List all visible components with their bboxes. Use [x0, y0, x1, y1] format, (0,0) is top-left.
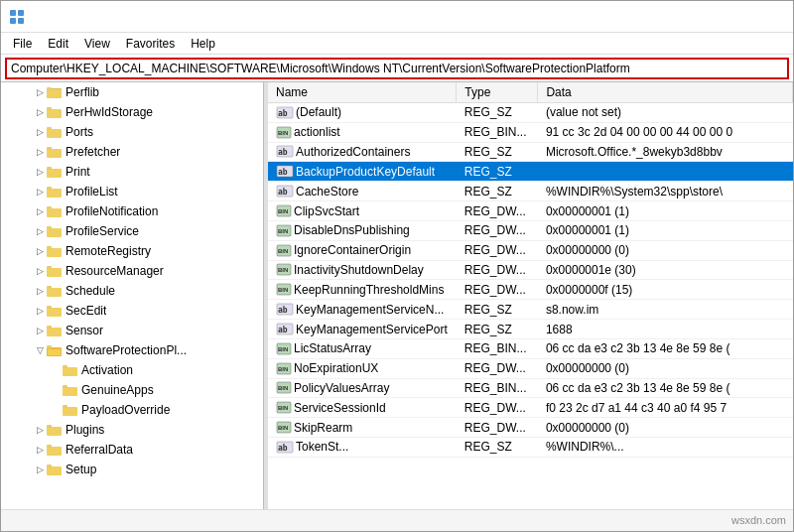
tree-item-ports[interactable]: ▷ Ports — [1, 122, 263, 142]
table-row[interactable]: abCacheStoreREG_SZ%WINDIR%\System32\spp\… — [268, 182, 793, 201]
svg-rect-43 — [47, 447, 62, 456]
svg-rect-27 — [47, 286, 52, 289]
registry-name-cell: ab(Default) — [268, 103, 457, 123]
expand-icon[interactable]: ▷ — [33, 423, 47, 437]
tree-item-perflib[interactable]: ▷ Perflib — [1, 82, 263, 102]
address-input[interactable] — [5, 58, 789, 79]
menu-help[interactable]: Help — [183, 35, 223, 53]
tree-item-sensor[interactable]: ▷ Sensor — [1, 321, 263, 340]
expand-icon[interactable]: ▷ — [33, 105, 47, 119]
registry-name-cell: abBackupProductKeyDefault — [268, 162, 457, 182]
tree-item-schedule[interactable]: ▷ Schedule — [1, 281, 263, 301]
tree-item-activation[interactable]: Activation — [1, 360, 263, 380]
tree-item-profilelist[interactable]: ▷ ProfileList — [1, 182, 263, 201]
registry-name-label: NoExpirationUX — [294, 361, 378, 375]
table-row[interactable]: abKeyManagementServicePortREG_SZ1688 — [268, 320, 793, 339]
registry-type-cell: REG_BIN... — [457, 378, 538, 398]
table-row[interactable]: BINLicStatusArrayREG_BIN...06 cc da e3 c… — [268, 338, 793, 358]
svg-rect-20 — [47, 228, 62, 237]
tree-item-resourcemanager[interactable]: ▷ ResourceManager — [1, 261, 263, 281]
svg-rect-0 — [10, 10, 16, 16]
registry-name-label: KeyManagementServiceN... — [296, 303, 444, 317]
svg-rect-14 — [47, 169, 62, 178]
tree-label: Schedule — [66, 284, 115, 298]
table-row[interactable]: BINIgnoreContainerOriginREG_DW...0x00000… — [268, 240, 793, 260]
table-row[interactable]: BINKeepRunningThresholdMinsREG_DW...0x00… — [268, 280, 793, 300]
col-header-data: Data — [538, 82, 793, 103]
table-row[interactable]: abTokenSt...REG_SZ%WINDIR%\... — [268, 438, 793, 458]
reg-binary-icon: BIN — [276, 263, 294, 278]
expand-icon[interactable]: ▷ — [33, 165, 47, 179]
registry-name-label: InactivityShutdownDelay — [294, 263, 424, 277]
table-row[interactable]: BINPolicyValuesArrayREG_BIN...06 cc da e… — [268, 378, 793, 398]
tree-label: Setup — [66, 463, 96, 476]
expand-icon[interactable]: ▷ — [33, 324, 47, 337]
reg-string-icon: ab — [276, 105, 296, 120]
tree-item-print[interactable]: ▷ Print — [1, 162, 263, 182]
expand-icon[interactable]: ▷ — [33, 463, 47, 476]
expand-icon[interactable]: ▷ — [33, 284, 47, 298]
expand-icon[interactable]: ▷ — [33, 185, 47, 199]
folder-icon — [63, 363, 78, 377]
registry-type-cell: REG_DW... — [457, 220, 538, 240]
table-row[interactable]: abAuthorizedContainersREG_SZMicrosoft.Of… — [268, 142, 793, 162]
menu-file[interactable]: File — [5, 35, 40, 53]
registry-data-cell: 0x0000001e (30) — [538, 260, 793, 280]
registry-data-cell: 0x00000000 (0) — [538, 418, 793, 438]
table-row[interactable]: BINactionlistREG_BIN...91 cc 3c 2d 04 00… — [268, 122, 793, 142]
registry-data-cell: %WINDIR%\... — [538, 438, 793, 458]
table-row[interactable]: BINInactivityShutdownDelayREG_DW...0x000… — [268, 260, 793, 280]
window-controls — [648, 1, 785, 33]
table-row[interactable]: BINClipSvcStartREG_DW...0x00000001 (1) — [268, 201, 793, 221]
tree-item-profileservice[interactable]: ▷ ProfileService — [1, 221, 263, 241]
svg-rect-34 — [48, 349, 61, 355]
folder-icon — [47, 125, 63, 139]
tree-item-softwareprotection[interactable]: ▽ SoftwareProtectionPl... — [1, 340, 263, 360]
tree-item-perhwidstorage[interactable]: ▷ PerHwIdStorage — [1, 102, 263, 122]
tree-item-prefetcher[interactable]: ▷ Prefetcher — [1, 142, 263, 162]
svg-rect-41 — [47, 427, 62, 436]
table-row[interactable]: ab(Default)REG_SZ(value not set) — [268, 103, 793, 123]
expand-icon[interactable]: ▽ — [33, 343, 47, 357]
expand-icon[interactable]: ▷ — [33, 145, 47, 159]
tree-item-secedit[interactable]: ▷ SecEdit — [1, 301, 263, 321]
folder-icon — [47, 324, 63, 337]
table-row[interactable]: abKeyManagementServiceN...REG_SZs8.now.i… — [268, 300, 793, 320]
table-row[interactable]: BINSkipRearmREG_DW...0x00000000 (0) — [268, 418, 793, 438]
svg-rect-18 — [47, 208, 62, 217]
expand-icon[interactable]: ▷ — [33, 304, 47, 318]
tree-item-plugins[interactable]: ▷ Plugins — [1, 420, 263, 440]
table-row[interactable]: abBackupProductKeyDefaultREG_SZ — [268, 162, 793, 182]
tree-item-payloadoverride[interactable]: PayloadOverride — [1, 400, 263, 420]
table-row[interactable]: BINServiceSessionIdREG_DW...f0 23 2c d7 … — [268, 398, 793, 418]
tree-item-referraldata[interactable]: ▷ ReferralData — [1, 440, 263, 460]
reg-binary-icon: BIN — [276, 341, 294, 356]
registry-type-cell: REG_DW... — [457, 280, 538, 300]
registry-editor-window: File Edit View Favorites Help ▷ Perflib — [0, 0, 794, 532]
registry-name-label: KeepRunningThresholdMins — [294, 283, 444, 297]
registry-data-cell: s8.now.im — [538, 300, 793, 320]
table-row[interactable]: BINNoExpirationUXREG_DW...0x00000000 (0) — [268, 358, 793, 378]
registry-name-label: KeyManagementServicePort — [296, 323, 448, 336]
tree-item-genuineapps[interactable]: GenuineApps — [1, 380, 263, 400]
expand-icon[interactable]: ▷ — [33, 443, 47, 457]
tree-item-profilenotification[interactable]: ▷ ProfileNotification — [1, 201, 263, 221]
expand-icon[interactable]: ▷ — [33, 244, 47, 258]
menu-edit[interactable]: Edit — [40, 35, 76, 53]
expand-icon[interactable]: ▷ — [33, 224, 47, 238]
table-row[interactable]: BINDisableDnsPublishingREG_DW...0x000000… — [268, 220, 793, 240]
menu-favorites[interactable]: Favorites — [118, 35, 183, 53]
expand-icon[interactable]: ▷ — [33, 125, 47, 139]
menu-view[interactable]: View — [76, 35, 118, 53]
svg-rect-25 — [47, 266, 52, 269]
expand-icon[interactable]: ▷ — [33, 264, 47, 278]
expand-icon[interactable]: ▷ — [33, 204, 47, 218]
tree-item-remoteregistry[interactable]: ▷ RemoteRegistry — [1, 241, 263, 261]
tree-item-setup[interactable]: ▷ Setup — [1, 460, 263, 479]
close-button[interactable] — [739, 1, 785, 33]
registry-data-cell: %WINDIR%\System32\spp\store\ — [538, 182, 793, 201]
svg-rect-37 — [63, 387, 77, 396]
minimize-button[interactable] — [648, 1, 694, 33]
maximize-button[interactable] — [694, 1, 739, 33]
expand-icon[interactable]: ▷ — [33, 85, 47, 99]
